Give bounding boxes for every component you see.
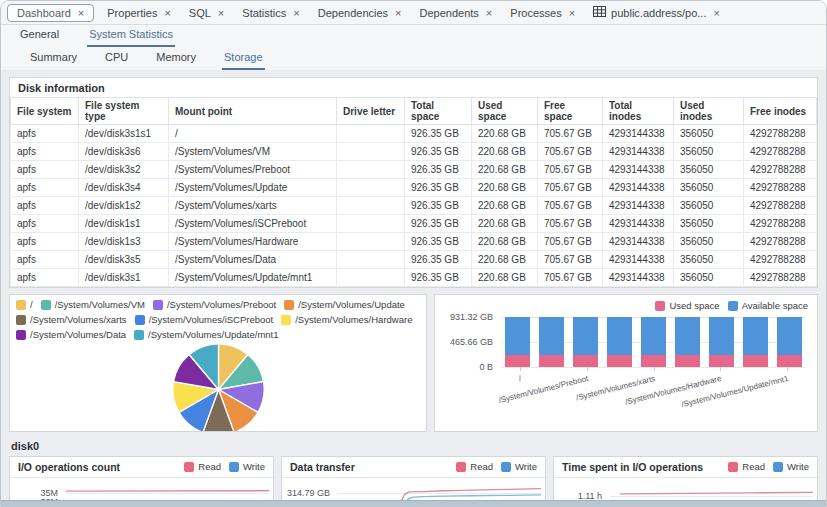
legend-item: /System/Volumes/xarts: [16, 314, 127, 326]
disk0-charts-row: I/O operations count Read Write 35M30M D…: [9, 456, 818, 506]
panel-tab-bar: Dashboard × Properties × SQL × Statistic…: [1, 1, 826, 25]
tab-general[interactable]: General: [18, 28, 61, 47]
available-space-segment: [641, 317, 666, 355]
used-space-segment: [505, 355, 530, 367]
close-icon[interactable]: ×: [164, 8, 170, 18]
read-swatch: [728, 462, 738, 472]
legend-item: Used space: [655, 300, 719, 312]
y-tick-label: 0 B: [479, 362, 493, 372]
legend-item: /System/Volumes/iSCPreboot: [135, 314, 274, 326]
legend-swatch: [655, 301, 665, 311]
dashboard-window: Dashboard × Properties × SQL × Statistic…: [0, 0, 827, 507]
tab-label: SQL: [189, 7, 211, 19]
bar-chart: 931.32 GB465.66 GB0 B //System/Volumes/P…: [443, 315, 809, 427]
tab-system-statistics[interactable]: System Statistics: [87, 28, 175, 47]
stacked-bar: [573, 317, 598, 367]
pie-legend: //System/Volumes/VM/System/Volumes/Prebo…: [16, 299, 420, 341]
read-write-legend: Read Write: [456, 461, 537, 473]
close-icon[interactable]: ×: [78, 8, 84, 18]
used-space-segment: [777, 355, 802, 367]
available-space-segment: [709, 317, 734, 355]
space-charts-row: //System/Volumes/VM/System/Volumes/Prebo…: [9, 294, 818, 432]
read-line: [620, 492, 813, 493]
close-icon[interactable]: ×: [713, 8, 719, 18]
x-tick-mark: [720, 367, 721, 371]
tab-properties[interactable]: Properties ×: [98, 5, 180, 21]
column-header: Used space: [472, 98, 538, 125]
table-row: apfs/dev/disk3s1/System/Volumes/Update/m…: [11, 269, 817, 287]
available-space-segment: [607, 317, 632, 355]
close-icon[interactable]: ×: [218, 8, 224, 18]
stacked-bar: [777, 317, 802, 367]
tab-sql[interactable]: SQL ×: [180, 5, 233, 21]
tab-label: Dependencies: [318, 7, 388, 19]
legend-swatch: [153, 300, 163, 310]
legend-swatch: [728, 301, 738, 311]
legend-swatch: [16, 330, 26, 340]
tab-dependents[interactable]: Dependents ×: [411, 5, 502, 21]
x-tick-mark: [654, 367, 655, 371]
disk0-section-title: disk0: [11, 440, 816, 452]
close-icon[interactable]: ×: [293, 8, 299, 18]
table-row: apfs/dev/disk3s4/System/Volumes/Update92…: [11, 179, 817, 197]
disk-information-panel: Disk information File systemFile system …: [9, 77, 818, 288]
legend-item: /System/Volumes/VM: [41, 299, 145, 311]
column-header: Used inodes: [674, 98, 744, 125]
used-space-segment: [709, 355, 734, 367]
column-header: File system type: [79, 98, 169, 125]
tab-summary[interactable]: Summary: [28, 51, 79, 70]
available-space-segment: [573, 317, 598, 355]
tab-query-tool[interactable]: public.address/po... ×: [584, 4, 729, 21]
close-icon[interactable]: ×: [486, 8, 492, 18]
tab-label: Properties: [107, 7, 157, 19]
legend-swatch: [281, 315, 291, 325]
available-space-segment: [743, 317, 768, 355]
bar-series: [503, 317, 804, 367]
write-swatch: [501, 462, 511, 472]
close-icon[interactable]: ×: [395, 8, 401, 18]
column-header: Drive letter: [337, 98, 405, 125]
tab-statistics[interactable]: Statistics ×: [233, 5, 308, 21]
tab-label: Processes: [510, 7, 561, 19]
x-tick-label: /System/Volumes/Preboot: [497, 374, 588, 405]
legend-item: /System/Volumes/Preboot: [153, 299, 276, 311]
storage-content: Disk information File systemFile system …: [1, 71, 826, 506]
legend-item: /System/Volumes/Update: [284, 299, 405, 311]
stacked-bar: [539, 317, 564, 367]
read-write-legend: Read Write: [184, 461, 265, 473]
tab-dashboard[interactable]: Dashboard ×: [7, 4, 94, 22]
close-icon[interactable]: ×: [569, 8, 575, 18]
bar-x-axis: //System/Volumes/Preboot/System/Volumes/…: [503, 369, 804, 409]
tab-processes[interactable]: Processes ×: [501, 5, 584, 21]
tab-label: Dependents: [420, 7, 479, 19]
dashboard-section-tabs: General System Statistics: [1, 25, 826, 47]
tab-memory[interactable]: Memory: [154, 51, 198, 70]
tab-dependencies[interactable]: Dependencies ×: [309, 5, 411, 21]
disk-table-header: File systemFile system typeMount pointDr…: [11, 98, 817, 125]
legend-item: Available space: [728, 300, 808, 312]
legend-swatch: [16, 315, 26, 325]
bar-legend: Used spaceAvailable space: [655, 300, 808, 312]
legend-swatch: [16, 300, 26, 310]
pgadmin-dashboard-screen: Dashboard × Properties × SQL × Statistic…: [0, 0, 827, 507]
read-swatch: [184, 462, 194, 472]
data-transfer-card: Data transfer Read Write 314.79 GB: [281, 456, 546, 506]
used-space-segment: [675, 355, 700, 367]
column-header: Total inodes: [603, 98, 674, 125]
tab-storage[interactable]: Storage: [222, 51, 265, 70]
read-swatch: [456, 462, 466, 472]
tab-cpu[interactable]: CPU: [103, 51, 130, 70]
table-row: apfs/dev/disk1s2/System/Volumes/xarts926…: [11, 197, 817, 215]
tab-label: public.address/po...: [611, 7, 706, 19]
stacked-bar: [675, 317, 700, 367]
column-header: Free space: [538, 98, 603, 125]
stacked-bar: [743, 317, 768, 367]
chart-title: I/O operations count: [18, 461, 120, 473]
bar-y-axis: 931.32 GB465.66 GB0 B: [443, 315, 497, 427]
stacked-bar: [641, 317, 666, 367]
table-grid-icon: [593, 6, 606, 19]
chart-title: Time spent in I/O operations: [562, 461, 703, 473]
used-space-segment: [743, 355, 768, 367]
available-space-segment: [505, 317, 530, 355]
table-row: apfs/dev/disk1s1/System/Volumes/iSCPrebo…: [11, 215, 817, 233]
